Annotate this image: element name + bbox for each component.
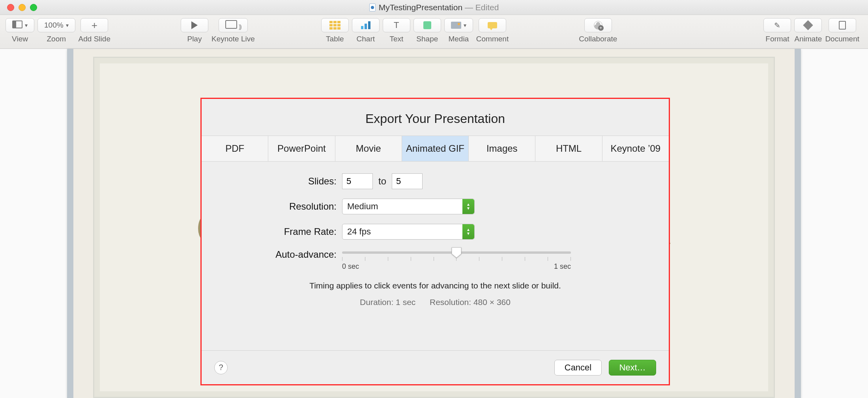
document-icon — [369, 4, 376, 11]
media-button[interactable]: ▾ — [444, 18, 473, 32]
play-label: Play — [187, 35, 202, 43]
media-label: Media — [448, 35, 469, 43]
diamond-icon — [803, 20, 813, 30]
table-button[interactable] — [321, 18, 349, 32]
view-icon — [12, 20, 22, 30]
play-button[interactable] — [181, 18, 208, 32]
text-button[interactable]: T — [383, 18, 410, 32]
zoom-value: 100% — [44, 21, 64, 30]
timing-hint: Timing applies to click events for advan… — [221, 281, 649, 290]
chart-button[interactable] — [352, 18, 380, 32]
slider-max-label: 1 sec — [554, 262, 571, 271]
comment-button[interactable] — [479, 18, 506, 32]
resolution-label: Resolution: — [221, 201, 342, 212]
framerate-label: Frame Rate: — [221, 226, 342, 237]
dialog-footer: ? Cancel Next… — [202, 350, 669, 384]
chart-icon — [361, 21, 370, 29]
window-controls — [7, 4, 37, 11]
toolbar-media: ▾ Media — [444, 18, 473, 43]
slides-to-input[interactable] — [392, 173, 423, 189]
toolbar-chart: Chart — [352, 18, 380, 43]
tab-keynote09[interactable]: Keynote ’09 — [602, 136, 669, 161]
tab-powerpoint[interactable]: PowerPoint — [268, 136, 335, 161]
framerate-value: 24 fps — [347, 227, 371, 237]
toolbar-text: T Text — [383, 18, 410, 43]
collaborate-icon — [594, 21, 602, 30]
document-title: MyTestingPresentation — [379, 3, 462, 12]
export-meta: Duration: 1 sec Resolution: 480 × 360 — [221, 298, 649, 307]
plus-icon: + — [92, 20, 97, 30]
toolbar-add-slide: + Add Slide — [79, 18, 110, 43]
shape-label: Shape — [416, 35, 438, 43]
export-dialog: Export Your Presentation PDF PowerPoint … — [200, 98, 670, 385]
toolbar-shape: Shape — [413, 18, 441, 43]
slider-min-label: 0 sec — [342, 262, 359, 271]
toolbar-comment: Comment — [476, 18, 509, 43]
text-icon: T — [394, 20, 399, 30]
tab-html[interactable]: HTML — [535, 136, 602, 161]
autoadvance-label: Auto-advance: — [221, 249, 342, 260]
comment-icon — [488, 22, 497, 28]
view-button[interactable]: ▾ — [6, 18, 34, 32]
resolution-select[interactable]: Medium — [342, 199, 475, 214]
close-window-button[interactable] — [7, 4, 14, 11]
toolbar-view: ▾ View — [6, 18, 34, 43]
shape-button[interactable] — [413, 18, 441, 32]
to-label: to — [378, 176, 386, 187]
export-tabs: PDF PowerPoint Movie Animated GIF Images… — [202, 136, 669, 162]
toolbar-play: Play — [181, 18, 208, 43]
chevron-down-icon: ▾ — [464, 22, 466, 28]
brush-icon: ✎ — [774, 21, 780, 30]
zoom-window-button[interactable] — [30, 4, 37, 11]
resolution-value: Medium — [347, 201, 378, 212]
minimize-window-button[interactable] — [19, 4, 26, 11]
format-button[interactable]: ✎ — [763, 18, 791, 32]
row-autoadvance: Auto-advance: 0 sec 1 sec — [221, 249, 649, 271]
help-button[interactable]: ? — [214, 361, 228, 374]
slider-tick-labels: 0 sec 1 sec — [342, 262, 571, 271]
cancel-button[interactable]: Cancel — [554, 360, 602, 376]
media-icon — [451, 22, 461, 29]
table-icon — [329, 21, 340, 30]
animate-button[interactable] — [794, 18, 822, 32]
chevron-down-icon: ▾ — [66, 22, 69, 28]
broadcast-icon — [225, 20, 241, 31]
keynote-live-button[interactable] — [219, 18, 247, 32]
play-icon — [191, 21, 198, 29]
toolbar-animate: Animate — [794, 18, 822, 43]
framerate-select[interactable]: 24 fps — [342, 224, 475, 240]
tab-animated-gif[interactable]: Animated GIF — [402, 136, 469, 161]
tab-images[interactable]: Images — [469, 136, 535, 161]
shape-icon — [423, 21, 431, 29]
slider-thumb[interactable] — [451, 247, 462, 259]
document-label: Document — [825, 35, 859, 43]
text-label: Text — [389, 35, 403, 43]
tab-movie[interactable]: Movie — [335, 136, 402, 161]
toolbar-format: ✎ Format — [763, 18, 791, 43]
add-slide-label: Add Slide — [79, 35, 110, 43]
document-button[interactable] — [829, 18, 856, 32]
toolbar-keynote-live: Keynote Live — [211, 18, 255, 43]
stepper-icon — [462, 224, 474, 239]
export-form: Slides: to Resolution: Medium Frame Rate… — [202, 162, 669, 312]
zoom-label: Zoom — [47, 35, 66, 43]
zoom-button[interactable]: 100% ▾ — [37, 18, 75, 32]
toolbar-zoom: 100% ▾ Zoom — [37, 18, 75, 43]
comment-label: Comment — [476, 35, 509, 43]
toolbar-table: Table — [321, 18, 349, 43]
collaborate-button[interactable] — [584, 18, 612, 32]
document-status: — Edited — [465, 3, 499, 12]
autoadvance-slider[interactable]: 0 sec 1 sec — [342, 251, 571, 271]
slides-from-input[interactable] — [342, 173, 373, 189]
stepper-icon — [462, 199, 474, 214]
next-button[interactable]: Next… — [609, 360, 656, 376]
tab-pdf[interactable]: PDF — [202, 136, 268, 161]
page-icon — [839, 21, 846, 30]
toolbar-document: Document — [825, 18, 859, 43]
chart-label: Chart — [357, 35, 375, 43]
main-toolbar: ▾ View 100% ▾ Zoom + Add Slide Play Keyn… — [0, 15, 868, 49]
animate-label: Animate — [795, 35, 822, 43]
add-slide-button[interactable]: + — [80, 18, 108, 32]
collaborate-label: Collaborate — [579, 35, 617, 43]
meta-resolution: Resolution: 480 × 360 — [430, 298, 511, 307]
